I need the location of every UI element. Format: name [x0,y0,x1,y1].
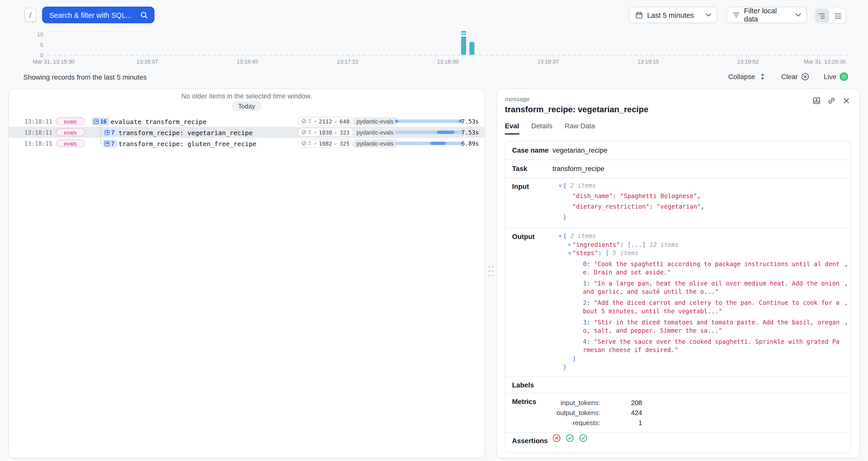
span-count-badge[interactable]: 16 [92,117,110,125]
x-tick: 13:19:15 [638,59,659,65]
metric-value: 1 [600,418,642,428]
collapse-icon [758,72,767,81]
case-name-row: Case name vegetarian_recipe [505,142,851,160]
y-tick: 10 [31,32,43,38]
tree-view-toggle[interactable] [815,9,829,23]
x-tick: 13:18:37 [537,59,559,65]
span-count-badge[interactable]: 7 [103,128,117,136]
time-range-label: Last 5 minutes [647,11,694,19]
task-row: Task transform_recipe [505,160,851,178]
tokens-in-icon: ↗ [313,141,316,146]
eval-table: Case name vegetarian_recipe Task transfo… [505,141,851,453]
tokens-out-count: 323 [340,129,350,135]
panel-resize-handle[interactable] [489,266,494,276]
live-toggle[interactable]: Live [824,72,848,81]
scope-tag: pydantic-evals [353,117,397,125]
row-timestamp: 13:18:11 [24,129,52,135]
row-timestamp: 13:18:11 [24,140,52,147]
cost-icon [302,119,306,124]
view-toggle-group [814,8,846,24]
tokens-out-icon: ↙ [334,129,337,135]
time-range-dropdown[interactable]: Last 5 minutes [629,6,718,23]
tab-details[interactable]: Details [531,122,552,134]
tokens-out-count: 325 [340,141,350,146]
clear-button[interactable]: Clear [781,72,809,81]
token-stats-badge: Σ ↗ 1082 ↙ 325 [298,139,353,148]
sigma-icon: Σ [308,119,311,124]
tree-connector [100,125,101,143]
assertion-fail-icon[interactable] [553,434,561,442]
filter-label: Filter local data [744,6,792,23]
output-json-viewer[interactable]: >{ 2 items>"ingredients": [...] 12 items… [553,228,851,376]
input-label: Input [505,178,552,195]
sigma-icon: Σ [308,141,311,146]
empty-window-notice: No older items in the selected time wind… [9,92,484,100]
tab-eval[interactable]: Eval [505,122,519,134]
duration: 6.89s [461,140,479,147]
metrics-row: Metrics input_tokens: 208 output_tokens:… [505,393,851,432]
record-kind-label: message [505,96,851,102]
tokens-out-icon: ↙ [334,141,337,146]
metric-value: 424 [600,407,642,418]
x-tick: 13:18:00 [437,59,459,65]
assertion-pass-icon[interactable] [566,434,574,442]
calendar-icon [635,11,643,19]
y-tick: 5 [31,42,43,48]
assertions-row: Assertions [505,432,851,452]
timeline-bar[interactable] [469,42,474,55]
trace-row-evaluate[interactable]: 13:18:11 evals 16 evaluate transform_rec… [9,116,484,127]
input-row: Input >{ 2 items"dish_name": "Spaghetti … [505,178,851,229]
assertions-icons [553,432,851,446]
day-separator-pill: Today [231,101,262,111]
tokens-in-count: 1030 [319,129,332,135]
sql-search-button[interactable]: Search & filter with SQL... [42,6,154,23]
filter-icon [733,11,740,19]
json-caret-icon[interactable]: > [565,250,574,256]
trace-row-vegetarian[interactable]: 13:18:11 evals 7 transform_recipe: veget… [9,127,484,138]
span-name[interactable]: transform_recipe: vegetarian_recipe [119,128,253,136]
json-caret-icon[interactable]: > [566,241,572,249]
expand-box-icon [105,141,110,146]
filter-local-data-dropdown[interactable]: Filter local data [726,6,807,23]
env-badge: evals [56,140,85,147]
labels-label: Labels [505,377,552,393]
x-tick: 13:16:07 [136,59,158,65]
span-name[interactable]: transform_recipe: gluten_free_recipe [119,140,256,148]
records-timeline-chart[interactable]: 10 5 0 Mar 31. 13:15:30 13:16:07 13:16:4… [0,28,868,64]
json-caret-icon[interactable]: > [556,233,564,239]
json-caret-icon[interactable]: > [556,183,564,189]
metrics-values: input_tokens: 208 output_tokens: 424 req… [553,393,851,432]
collapse-button[interactable]: Collapse [728,72,767,81]
timeline-baseline [47,55,848,56]
tokens-in-icon: ↗ [313,129,316,135]
tokens-out-count: 648 [340,118,350,124]
close-icon[interactable] [841,96,851,106]
duration-bar[interactable] [395,130,463,134]
chevron-down-icon [706,13,711,17]
search-icon [140,11,149,19]
output-label: Output [505,228,552,245]
span-count-badge[interactable]: 7 [103,139,117,147]
duration-bar[interactable] [395,120,463,123]
timeline-bar[interactable] [461,37,466,55]
clear-label: Clear [781,73,798,81]
assertion-pass-icon[interactable] [579,434,587,442]
task-value: transform_recipe [553,160,851,177]
row-timestamp: 13:18:11 [24,118,52,124]
archive-icon[interactable] [811,96,822,106]
tree-connector [100,143,103,144]
span-name[interactable]: evaluate transform_recipe [111,118,207,125]
y-tick: 0 [31,52,43,58]
input-json-viewer[interactable]: >{ 2 items"dish_name": "Spaghetti Bologn… [553,178,851,228]
env-badge: evals [56,128,85,136]
link-icon[interactable] [827,96,837,106]
tab-raw-data[interactable]: Raw Data [565,122,595,134]
duration-bar[interactable] [395,142,463,145]
scope-tag: pydantic-evals [353,139,397,147]
collapse-label: Collapse [728,73,755,81]
trace-row-gluten-free[interactable]: 13:18:11 evals 7 transform_recipe: glute… [9,138,484,149]
flat-view-toggle[interactable] [831,9,845,23]
x-tick: 13:19:52 [737,59,759,65]
live-indicator-dot [840,72,848,81]
labels-value [553,377,851,386]
